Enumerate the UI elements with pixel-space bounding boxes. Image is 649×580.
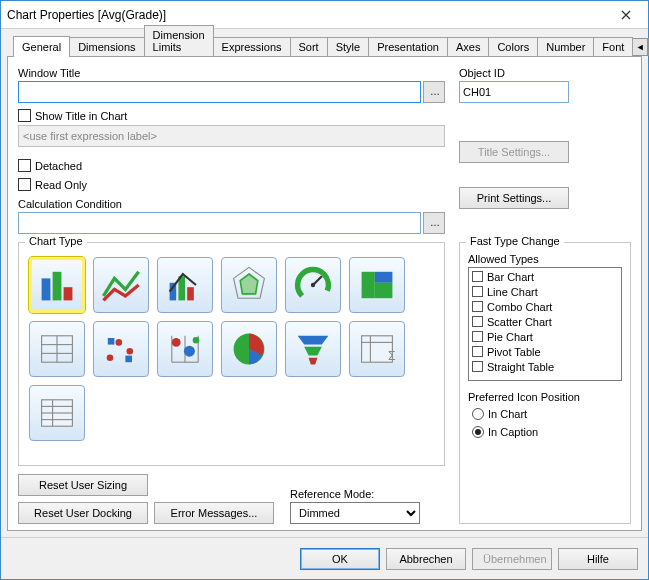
tab-sort[interactable]: Sort: [290, 37, 328, 56]
chart-type-mekko[interactable]: [349, 257, 405, 313]
window-title-input[interactable]: [18, 81, 421, 103]
reset-user-sizing-button[interactable]: Reset User Sizing: [18, 474, 148, 496]
chart-type-panel: Chart Type Σ: [18, 242, 445, 466]
chart-type-radar[interactable]: [221, 257, 277, 313]
tab-font[interactable]: Font: [593, 37, 633, 56]
preferred-icon-label: Preferred Icon Position: [468, 391, 622, 403]
radio-in-chart[interactable]: In Chart: [472, 408, 622, 420]
calc-condition-expr-button[interactable]: …: [423, 212, 445, 234]
svg-text:Σ: Σ: [388, 349, 395, 363]
window-title-expr-button[interactable]: …: [423, 81, 445, 103]
allowed-type-item[interactable]: Pie Chart: [470, 329, 620, 344]
svg-rect-1: [53, 272, 62, 301]
object-id-input[interactable]: [459, 81, 569, 103]
reset-user-docking-button[interactable]: Reset User Docking: [18, 502, 148, 524]
close-icon: [621, 10, 631, 20]
tab-expressions[interactable]: Expressions: [213, 37, 291, 56]
fast-type-change-title: Fast Type Change: [466, 235, 564, 247]
tab-scroll-left[interactable]: ◄: [632, 38, 648, 56]
svg-point-19: [116, 339, 123, 346]
radio-in-caption[interactable]: In Caption: [472, 426, 622, 438]
allowed-type-item[interactable]: Combo Chart: [470, 299, 620, 314]
readonly-checkbox[interactable]: [18, 178, 31, 191]
window-title-label: Window Title: [18, 67, 445, 79]
chart-type-gauge[interactable]: [285, 257, 341, 313]
svg-point-10: [311, 283, 315, 287]
detached-checkbox[interactable]: [18, 159, 31, 172]
allowed-type-checkbox[interactable]: [472, 286, 483, 297]
show-title-checkbox[interactable]: [18, 109, 31, 122]
print-settings-button[interactable]: Print Settings...: [459, 187, 569, 209]
tab-presentation[interactable]: Presentation: [368, 37, 448, 56]
reference-mode-select[interactable]: Dimmed: [290, 502, 420, 524]
svg-rect-0: [42, 278, 51, 300]
funnel-chart-icon: [291, 327, 335, 371]
reference-mode-label: Reference Mode:: [290, 488, 420, 500]
svg-rect-12: [375, 272, 393, 283]
ok-button[interactable]: OK: [300, 548, 380, 570]
object-id-label: Object ID: [459, 67, 631, 79]
dialog-footer: OK Abbrechen Übernehmen Hilfe: [1, 537, 648, 579]
chart-properties-dialog: Chart Properties [Avg(Grade)] GeneralDim…: [0, 0, 649, 580]
calc-condition-input[interactable]: [18, 212, 421, 234]
chart-type-combo[interactable]: [157, 257, 213, 313]
svg-marker-31: [298, 336, 329, 345]
cancel-button[interactable]: Abbrechen: [386, 548, 466, 570]
allowed-type-label: Pie Chart: [487, 331, 533, 343]
chart-type-straight[interactable]: [29, 385, 85, 441]
fast-type-change-panel: Fast Type Change Allowed Types Bar Chart…: [459, 242, 631, 524]
allowed-type-checkbox[interactable]: [472, 346, 483, 357]
grid-chart-icon: [163, 327, 207, 371]
chart-type-scatter[interactable]: [93, 321, 149, 377]
allowed-type-checkbox[interactable]: [472, 271, 483, 282]
combo-chart-icon: [163, 263, 207, 307]
help-button[interactable]: Hilfe: [558, 548, 638, 570]
chart-type-funnel[interactable]: [285, 321, 341, 377]
allowed-type-label: Pivot Table: [487, 346, 541, 358]
svg-point-20: [127, 348, 134, 355]
allowed-type-item[interactable]: Bar Chart: [470, 269, 620, 284]
allowed-type-label: Bar Chart: [487, 271, 534, 283]
block-chart-icon: [35, 327, 79, 371]
svg-point-18: [107, 355, 114, 362]
chart-type-pivot[interactable]: Σ: [349, 321, 405, 377]
tab-dimensions[interactable]: Dimensions: [69, 37, 144, 56]
chart-type-block[interactable]: [29, 321, 85, 377]
close-button[interactable]: [610, 4, 642, 26]
allowed-type-checkbox[interactable]: [472, 361, 483, 372]
svg-point-27: [172, 338, 181, 347]
line-chart-icon: [99, 263, 143, 307]
tab-axes[interactable]: Axes: [447, 37, 489, 56]
error-messages-button[interactable]: Error Messages...: [154, 502, 274, 524]
allowed-type-item[interactable]: Line Chart: [470, 284, 620, 299]
apply-button: Übernehmen: [472, 548, 552, 570]
scatter-chart-icon: [99, 327, 143, 371]
allowed-type-item[interactable]: Scatter Chart: [470, 314, 620, 329]
tab-colors[interactable]: Colors: [488, 37, 538, 56]
window-title: Chart Properties [Avg(Grade)]: [7, 8, 610, 22]
chart-type-pie[interactable]: [221, 321, 277, 377]
allowed-type-checkbox[interactable]: [472, 331, 483, 342]
svg-rect-2: [64, 287, 73, 300]
allowed-type-label: Combo Chart: [487, 301, 552, 313]
tab-number[interactable]: Number: [537, 37, 594, 56]
chart-type-bar[interactable]: [29, 257, 85, 313]
title-settings-button: Title Settings...: [459, 141, 569, 163]
svg-rect-22: [108, 338, 115, 345]
tab-style[interactable]: Style: [327, 37, 369, 56]
chart-type-grid: Σ: [27, 253, 436, 445]
tab-general[interactable]: General: [13, 36, 70, 57]
chart-type-grid[interactable]: [157, 321, 213, 377]
allowed-type-item[interactable]: Straight Table: [470, 359, 620, 374]
svg-marker-32: [304, 347, 322, 356]
allowed-type-label: Straight Table: [487, 361, 554, 373]
allowed-types-list[interactable]: Bar ChartLine ChartCombo ChartScatter Ch…: [468, 267, 622, 381]
tab-dimension-limits[interactable]: Dimension Limits: [144, 25, 214, 56]
show-title-label: Show Title in Chart: [35, 110, 127, 122]
calc-condition-label: Calculation Condition: [18, 198, 445, 210]
svg-marker-33: [309, 358, 318, 365]
chart-type-line[interactable]: [93, 257, 149, 313]
allowed-type-checkbox[interactable]: [472, 301, 483, 312]
allowed-type-checkbox[interactable]: [472, 316, 483, 327]
allowed-type-item[interactable]: Pivot Table: [470, 344, 620, 359]
